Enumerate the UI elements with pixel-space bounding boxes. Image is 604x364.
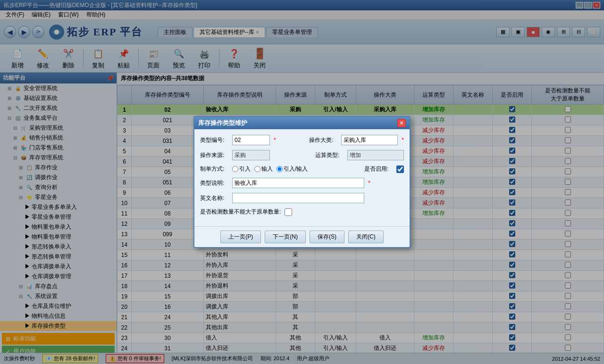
modal-close-btn[interactable]: × [397, 119, 406, 127]
source-input[interactable] [232, 150, 270, 160]
next-page-btn[interactable]: 下一页(N) [265, 231, 306, 243]
check-qty-label: 是否检测数量不能大于原单数量: [200, 208, 281, 216]
type-desc-label: 类型说明: [200, 179, 228, 187]
form-row-1: 类型编号: * 操作大类: * [200, 135, 404, 145]
radio-import[interactable]: 引入 [232, 165, 251, 173]
source-label: 操作来源: [200, 151, 228, 159]
form-row-4: 类型说明: * [200, 178, 404, 188]
op-type-required: * [402, 137, 404, 143]
type-desc-input[interactable] [232, 178, 364, 188]
radio-input-input[interactable] [254, 166, 260, 172]
radio-import-input[interactable] [232, 166, 238, 172]
enabled-label: 是否启用: [364, 165, 393, 173]
radio-input[interactable]: 输入 [254, 165, 273, 173]
modal-close-footer-btn[interactable]: 关闭(C) [348, 231, 384, 243]
check-qty-checkbox[interactable] [285, 208, 292, 216]
op-type-input[interactable] [341, 135, 398, 145]
prev-page-btn[interactable]: 上一页(P) [220, 231, 261, 243]
modal-title-bar: 库存操作类型维护 × [194, 117, 410, 129]
radio-both-input[interactable] [277, 166, 283, 172]
en-name-label: 英文名称: [200, 194, 228, 202]
type-desc-required: * [368, 180, 370, 186]
make-mode-radio-group: 引入 输入 引入/输入 [232, 165, 308, 173]
form-row-3: 制单方式: 引入 输入 引入/输入 是否启用: [200, 165, 404, 173]
type-code-label: 类型编号: [200, 136, 228, 144]
calc-type-label: 运算类型: [315, 151, 344, 159]
type-code-required: * [274, 137, 276, 143]
modal-dialog: 库存操作类型维护 × 类型编号: * 操作大类: * 操作来源: 运算类型: [193, 116, 411, 248]
form-row-2: 操作来源: 运算类型: [200, 150, 404, 160]
enabled-checkbox[interactable] [396, 165, 404, 173]
op-type-label: 操作大类: [309, 136, 337, 144]
en-name-input[interactable] [232, 193, 364, 203]
make-mode-label: 制单方式: [200, 165, 228, 173]
save-btn[interactable]: 保存(S) [310, 231, 344, 243]
form-row-5: 英文名称: [200, 193, 404, 203]
modal-title-text: 库存操作类型维护 [198, 119, 247, 127]
calc-type-input[interactable] [347, 150, 404, 160]
type-code-input[interactable] [232, 135, 270, 145]
modal-footer: 上一页(P) 下一页(N) 保存(S) 关闭(C) [194, 226, 410, 247]
modal-overlay: 库存操作类型维护 × 类型编号: * 操作大类: * 操作来源: 运算类型: [0, 0, 604, 364]
modal-body: 类型编号: * 操作大类: * 操作来源: 运算类型: 制单方式: [194, 129, 410, 226]
radio-both[interactable]: 引入/输入 [277, 165, 308, 173]
form-row-6: 是否检测数量不能大于原单数量: [200, 208, 404, 216]
